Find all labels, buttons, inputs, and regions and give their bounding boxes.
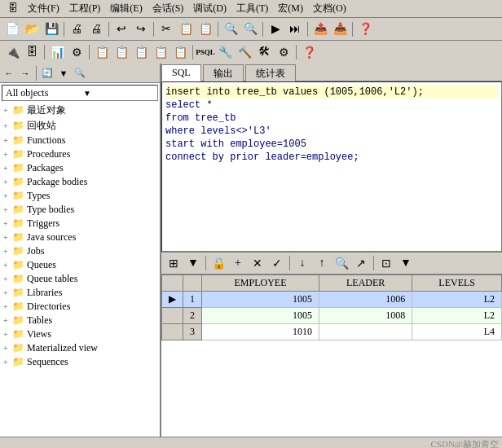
help-btn[interactable]: ❓	[356, 21, 374, 37]
toolbar-row2: 🔌 🗄 📊 ⚙ 📋 📋 📋 📋 📋 PSQL 🔧 🔨 🛠 ⚙ ❓	[0, 41, 502, 64]
save-btn[interactable]: 💾	[42, 21, 60, 37]
main-layout: ← → 🔄 ▼ 🔍 All objects ▼ + 📁 最近对象 + 📁 回收站	[0, 64, 502, 437]
tree-item-types[interactable]: + 📁 Types	[0, 189, 160, 203]
grid-dropdown-btn[interactable]: ▼	[184, 255, 202, 271]
tree-item-triggers[interactable]: + 📁 Triggers	[0, 217, 160, 231]
open-folder-btn[interactable]: 📂	[23, 21, 41, 37]
table-dropdown-btn[interactable]: ▼	[397, 255, 415, 271]
folder-icon: 📁	[11, 149, 24, 160]
print-btn[interactable]: 🖨	[68, 21, 86, 37]
tree-item-views[interactable]: + 📁 Views	[0, 327, 160, 341]
export-btn[interactable]: 📤	[311, 21, 329, 37]
grid-view-btn[interactable]: ⊞	[165, 255, 183, 271]
tab-stats[interactable]: 统计表	[245, 64, 296, 81]
tool3-btn[interactable]: 🛠	[255, 44, 273, 60]
filter-btn[interactable]: ▼	[56, 66, 71, 81]
add-row-btn[interactable]: +	[229, 255, 247, 271]
tree-item-package-bodies[interactable]: + 📁 Package bodies	[0, 175, 160, 189]
forward-btn[interactable]: →	[18, 66, 33, 81]
back-btn[interactable]: ←	[2, 66, 16, 81]
undo-btn[interactable]: ↩	[112, 21, 130, 37]
find-btn[interactable]: 🔍	[222, 21, 240, 37]
table-row[interactable]: 2 1005 1008 L2	[162, 308, 502, 324]
run2-btn[interactable]: ⏭	[286, 21, 304, 37]
tree-item-tables[interactable]: + 📁 Tables	[0, 314, 160, 327]
sql-editor[interactable]: insert into tree_tb values (1005,1006,'L…	[161, 81, 502, 252]
object-selector[interactable]: All objects ▼	[2, 85, 158, 101]
menu-item-debug[interactable]: 调试(D)	[188, 0, 231, 17]
tab-output[interactable]: 输出	[203, 64, 244, 81]
tree-item-materialized-views[interactable]: + 📁 Materialized view	[0, 341, 160, 355]
menu-item-project[interactable]: 工程(P)	[64, 0, 106, 17]
tree-item-procedures[interactable]: + 📁 Procedures	[0, 147, 160, 161]
sql-line-5: where levels<>'L3'	[165, 125, 498, 138]
menu-item-session[interactable]: 会话(S)	[148, 0, 189, 17]
menu-item-app-icon[interactable]: 🗄	[3, 1, 23, 16]
folder-icon: 📁	[11, 343, 24, 354]
menu-item-macro[interactable]: 宏(M)	[273, 0, 308, 17]
tree-item-functions[interactable]: + 📁 Functions	[0, 134, 160, 147]
expand-icon: +	[3, 136, 11, 145]
results-table: EMPLOYEE LEADER LEVELS ▶ 1 1005 1006 L2	[161, 275, 502, 340]
tree-item-label: Directories	[27, 301, 70, 313]
connect-btn[interactable]: 🔌	[3, 44, 21, 60]
psql-btn[interactable]: PSQL	[196, 44, 214, 60]
tree-item-queue-tables[interactable]: + 📁 Queue tables	[0, 272, 160, 286]
tree-item-sequences[interactable]: + 📁 Sequences	[0, 355, 160, 369]
tree-item-jobs[interactable]: + 📁 Jobs	[0, 244, 160, 258]
sort-desc-btn[interactable]: ↑	[313, 255, 331, 271]
new-btn[interactable]: 📄	[3, 21, 21, 37]
filter2-btn[interactable]: 🔍	[332, 255, 350, 271]
tree-item-recent[interactable]: + 📁 最近对象	[0, 103, 160, 118]
tree-item-libraries[interactable]: + 📁 Libraries	[0, 286, 160, 300]
tree-item-java-sources[interactable]: + 📁 Java sources	[0, 231, 160, 244]
delete-row-btn[interactable]: ✕	[249, 255, 266, 271]
schema4-btn[interactable]: 📋	[152, 44, 170, 60]
menu-item-edit[interactable]: 编辑(E)	[105, 0, 147, 17]
sql-line-1: insert into tree_tb values (1005,1006,'L…	[165, 86, 498, 99]
tree-item-recycle[interactable]: + 📁 回收站	[0, 118, 160, 134]
proc-icon[interactable]: ⚙	[68, 44, 86, 60]
import-btn[interactable]: 📥	[331, 21, 349, 37]
table-icon[interactable]: 📊	[48, 44, 66, 60]
sort-asc-btn[interactable]: ↓	[293, 255, 311, 271]
lock-btn[interactable]: 🔒	[209, 255, 227, 271]
expand-icon: +	[3, 330, 11, 339]
export2-btn[interactable]: ↗	[352, 255, 370, 271]
menu-item-doc[interactable]: 文档(O)	[308, 0, 351, 17]
menu-item-tools[interactable]: 工具(T)	[231, 0, 273, 17]
cut-btn[interactable]: ✂	[157, 21, 175, 37]
confirm-btn[interactable]: ✓	[268, 255, 286, 271]
tab-sql[interactable]: SQL	[161, 64, 201, 81]
print2-btn[interactable]: 🖨	[87, 21, 105, 37]
refresh-btn[interactable]: 🔄	[40, 66, 55, 81]
search-left-btn[interactable]: 🔍	[73, 66, 87, 81]
db-btn[interactable]: 🗄	[23, 44, 41, 60]
tree-item-type-bodies[interactable]: + 📁 Type bodies	[0, 203, 160, 217]
tree-item-packages[interactable]: + 📁 Packages	[0, 161, 160, 175]
tool4-btn[interactable]: ⚙	[275, 44, 293, 60]
table-view-btn[interactable]: ⊡	[377, 255, 395, 271]
schema2-btn[interactable]: 📋	[112, 44, 130, 60]
schema1-btn[interactable]: 📋	[93, 44, 111, 60]
paste-btn[interactable]: 📋	[196, 21, 214, 37]
menu-item-file[interactable]: 文件(F)	[23, 0, 64, 17]
expand-icon: +	[3, 344, 11, 353]
help2-btn[interactable]: ❓	[300, 44, 318, 60]
tree-item-directories[interactable]: + 📁 Directories	[0, 300, 160, 314]
tree-item-label: Queue tables	[27, 273, 77, 285]
schema5-btn[interactable]: 📋	[171, 44, 189, 60]
tree-item-queues[interactable]: + 📁 Queues	[0, 258, 160, 272]
table-row[interactable]: ▶ 1 1005 1006 L2	[162, 292, 502, 308]
find2-btn[interactable]: 🔍	[241, 21, 259, 37]
run-btn[interactable]: ▶	[266, 21, 284, 37]
tree-item-label: Functions	[27, 134, 65, 147]
tabs-row: SQL 输出 统计表	[161, 64, 502, 81]
tool2-btn[interactable]: 🔨	[236, 44, 253, 60]
copy-btn[interactable]: 📋	[177, 21, 195, 37]
schema3-btn[interactable]: 📋	[132, 44, 150, 60]
table-row[interactable]: 3 1010 L4	[162, 324, 502, 340]
tool1-btn[interactable]: 🔧	[216, 44, 234, 60]
redo-btn[interactable]: ↪	[132, 21, 150, 37]
object-selector-arrow[interactable]: ▼	[81, 89, 157, 98]
